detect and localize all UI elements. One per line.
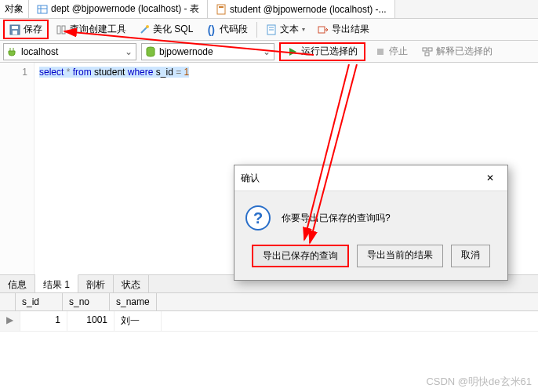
explain-icon — [422, 46, 433, 57]
chevron-down-icon: ⌄ — [125, 46, 133, 57]
tab-label: 对象 — [5, 2, 24, 16]
tab-label: dept @bjpowernode (localhost) - 表 — [51, 2, 199, 16]
qb-label: 查询创建工具 — [70, 23, 126, 36]
svg-rect-9 — [62, 26, 65, 34]
watermark: CSDN @明快de玄米61 — [426, 375, 532, 389]
export-current-button[interactable]: 导出当前的结果 — [357, 245, 443, 267]
snippet-label: 代码段 — [220, 23, 248, 36]
table-icon — [37, 4, 48, 15]
db-combo[interactable]: bjpowernode ⌄ — [141, 43, 274, 60]
db-icon — [145, 46, 156, 57]
cell[interactable]: 刘一 — [115, 311, 162, 331]
svg-rect-19 — [428, 48, 432, 51]
table-row[interactable]: ▶ 1 1001 刘一 — [0, 311, 538, 332]
export-icon — [318, 24, 329, 35]
svg-rect-3 — [217, 5, 225, 14]
tab-result[interactable]: 结果 1 — [35, 274, 78, 292]
svg-rect-20 — [425, 53, 429, 56]
paren-icon: () — [205, 24, 216, 35]
tab-label: student @bjpowernode (localhost) -... — [230, 4, 387, 15]
svg-rect-4 — [219, 6, 224, 8]
svg-rect-8 — [57, 26, 60, 34]
explain-button[interactable]: 解释已选择的 — [417, 43, 497, 60]
beautify-label: 美化 SQL — [153, 23, 193, 36]
cancel-button[interactable]: 取消 — [451, 245, 490, 267]
question-icon: ? — [245, 205, 271, 230]
chevron-down-icon: ⌄ — [263, 46, 271, 57]
save-label: 保存 — [24, 23, 42, 36]
doc-icon — [266, 24, 277, 35]
tab-status[interactable]: 状态 — [114, 275, 149, 292]
db-label: bjpowernode — [159, 46, 213, 57]
host-combo[interactable]: localhost ⌄ — [3, 43, 136, 60]
snippet-button[interactable]: () 代码段 — [200, 20, 253, 38]
tab-dept[interactable]: dept @bjpowernode (localhost) - 表 — [29, 0, 208, 18]
play-icon — [287, 46, 298, 57]
tab-info[interactable]: 信息 — [0, 275, 35, 292]
line-gutter: 1 — [0, 63, 35, 274]
col-header[interactable]: s_name — [110, 293, 157, 310]
wand-icon — [139, 24, 150, 35]
plug-icon — [7, 46, 18, 57]
stop-icon — [375, 46, 386, 57]
query-builder-button[interactable]: 查询创建工具 — [50, 20, 132, 38]
svg-rect-15 — [318, 27, 325, 33]
text-button[interactable]: 文本 ▾ — [260, 20, 311, 38]
cell[interactable]: 1001 — [67, 311, 115, 331]
host-label: localhost — [21, 46, 58, 57]
save-icon — [9, 24, 20, 35]
export-button[interactable]: 导出结果 — [312, 20, 375, 38]
run-label: 运行已选择的 — [301, 45, 358, 58]
row-header — [0, 293, 16, 310]
save-button[interactable]: 保存 — [3, 20, 49, 39]
stop-label: 停止 — [389, 45, 408, 58]
dialog-title: 确认 — [241, 172, 260, 185]
svg-rect-0 — [38, 5, 47, 13]
tab-objects[interactable]: 对象 — [0, 0, 29, 18]
tab-profile[interactable]: 剖析 — [78, 275, 114, 292]
separator — [256, 22, 257, 38]
tab-student[interactable]: student @bjpowernode (localhost) -... — [208, 0, 395, 18]
stop-button[interactable]: 停止 — [370, 43, 413, 60]
col-header[interactable]: s_no — [63, 293, 110, 310]
query-icon — [216, 4, 227, 15]
result-grid[interactable]: s_id s_no s_name ▶ 1 1001 刘一 — [0, 293, 538, 332]
chevron-down-icon: ▾ — [302, 26, 305, 33]
svg-point-11 — [146, 25, 149, 28]
run-selected-button[interactable]: 运行已选择的 — [279, 42, 365, 61]
close-icon: ✕ — [486, 172, 494, 183]
dialog-message: 你要导出已保存的查询吗? — [282, 212, 391, 225]
row-marker: ▶ — [0, 311, 20, 331]
svg-rect-18 — [423, 48, 427, 51]
svg-rect-6 — [12, 26, 18, 29]
svg-rect-7 — [13, 31, 17, 34]
beautify-button[interactable]: 美化 SQL — [133, 20, 198, 38]
explain-label: 解释已选择的 — [436, 45, 493, 58]
export-label: 导出结果 — [332, 23, 369, 36]
confirm-dialog: 确认 ✕ ? 你要导出已保存的查询吗? 导出已保存的查询 导出当前的结果 取消 — [234, 165, 508, 281]
cell[interactable]: 1 — [20, 311, 67, 331]
close-button[interactable]: ✕ — [479, 170, 501, 186]
col-header[interactable]: s_id — [16, 293, 63, 310]
tools-icon — [56, 24, 67, 35]
export-saved-button[interactable]: 导出已保存的查询 — [252, 245, 349, 267]
svg-rect-17 — [377, 49, 384, 55]
text-label: 文本 — [280, 23, 299, 36]
